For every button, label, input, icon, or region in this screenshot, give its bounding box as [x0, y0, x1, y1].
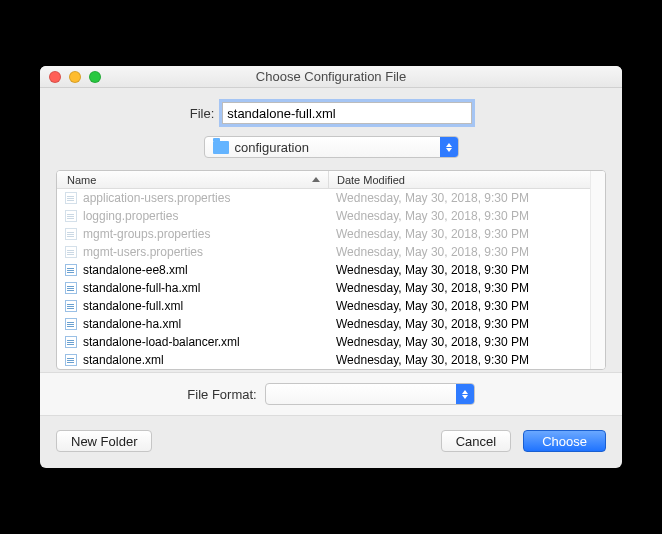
file-name: standalone-full.xml [83, 299, 328, 313]
column-header-name-label: Name [67, 174, 96, 186]
location-combo[interactable]: configuration [204, 136, 459, 158]
file-name: logging.properties [83, 209, 328, 223]
file-icon [65, 318, 77, 330]
file-row[interactable]: standalone-full-ha.xmlWednesday, May 30,… [57, 279, 590, 297]
file-date: Wednesday, May 30, 2018, 9:30 PM [328, 209, 590, 223]
choose-button[interactable]: Choose [523, 430, 606, 452]
file-format-label: File Format: [187, 387, 256, 402]
bottom-buttons: New Folder Cancel Choose [56, 430, 606, 452]
file-name: standalone-ha.xml [83, 317, 328, 331]
file-row[interactable]: standalone-full.xmlWednesday, May 30, 20… [57, 297, 590, 315]
file-icon [65, 300, 77, 312]
window-title: Choose Configuration File [40, 69, 622, 84]
file-row[interactable]: application-users.propertiesWednesday, M… [57, 189, 590, 207]
file-row[interactable]: mgmt-groups.propertiesWednesday, May 30,… [57, 225, 590, 243]
titlebar: Choose Configuration File [40, 66, 622, 88]
column-header-date[interactable]: Date Modified [328, 171, 590, 188]
file-date: Wednesday, May 30, 2018, 9:30 PM [328, 335, 590, 349]
file-name: standalone.xml [83, 353, 328, 367]
file-row[interactable]: standalone-load-balancer.xmlWednesday, M… [57, 333, 590, 351]
file-row[interactable]: logging.propertiesWednesday, May 30, 201… [57, 207, 590, 225]
file-row[interactable]: standalone-ee8.xmlWednesday, May 30, 201… [57, 261, 590, 279]
file-name: standalone-load-balancer.xml [83, 335, 328, 349]
file-format-combo[interactable] [265, 383, 475, 405]
file-date: Wednesday, May 30, 2018, 9:30 PM [328, 245, 590, 259]
file-chooser-window: Choose Configuration File File: configur… [40, 66, 622, 468]
column-header-name[interactable]: Name [57, 174, 328, 186]
file-row[interactable]: mgmt-users.propertiesWednesday, May 30, … [57, 243, 590, 261]
file-rows-container: application-users.propertiesWednesday, M… [57, 189, 590, 369]
file-date: Wednesday, May 30, 2018, 9:30 PM [328, 281, 590, 295]
file-list-panel: Name Date Modified application-users.pro… [56, 170, 606, 370]
file-icon [65, 282, 77, 294]
filename-input[interactable] [222, 102, 472, 124]
location-row: configuration [56, 136, 606, 158]
sort-ascending-icon [312, 177, 320, 182]
column-header-date-label: Date Modified [337, 174, 405, 186]
file-name: application-users.properties [83, 191, 328, 205]
file-name: mgmt-groups.properties [83, 227, 328, 241]
file-date: Wednesday, May 30, 2018, 9:30 PM [328, 299, 590, 313]
folder-icon [213, 141, 229, 154]
file-date: Wednesday, May 30, 2018, 9:30 PM [328, 317, 590, 331]
file-label: File: [190, 106, 215, 121]
combo-arrows-icon [456, 384, 474, 404]
format-bar: File Format: [40, 372, 622, 416]
file-format-value [266, 384, 456, 404]
new-folder-button[interactable]: New Folder [56, 430, 152, 452]
file-icon [65, 246, 77, 258]
file-icon [65, 264, 77, 276]
file-icon [65, 336, 77, 348]
file-date: Wednesday, May 30, 2018, 9:30 PM [328, 191, 590, 205]
file-name: mgmt-users.properties [83, 245, 328, 259]
file-row[interactable]: standalone-ha.xmlWednesday, May 30, 2018… [57, 315, 590, 333]
file-icon [65, 228, 77, 240]
file-date: Wednesday, May 30, 2018, 9:30 PM [328, 263, 590, 277]
cancel-button[interactable]: Cancel [441, 430, 511, 452]
filename-row: File: [56, 102, 606, 124]
scrollbar[interactable] [590, 171, 605, 369]
location-label: configuration [235, 140, 440, 155]
file-row[interactable]: standalone.xmlWednesday, May 30, 2018, 9… [57, 351, 590, 369]
combo-arrows-icon [440, 137, 458, 157]
column-headers: Name Date Modified [57, 171, 590, 189]
choose-label: Choose [542, 434, 587, 449]
file-date: Wednesday, May 30, 2018, 9:30 PM [328, 227, 590, 241]
file-icon [65, 210, 77, 222]
file-icon [65, 354, 77, 366]
new-folder-label: New Folder [71, 434, 137, 449]
cancel-label: Cancel [456, 434, 496, 449]
file-name: standalone-full-ha.xml [83, 281, 328, 295]
file-date: Wednesday, May 30, 2018, 9:30 PM [328, 353, 590, 367]
file-icon [65, 192, 77, 204]
file-name: standalone-ee8.xml [83, 263, 328, 277]
